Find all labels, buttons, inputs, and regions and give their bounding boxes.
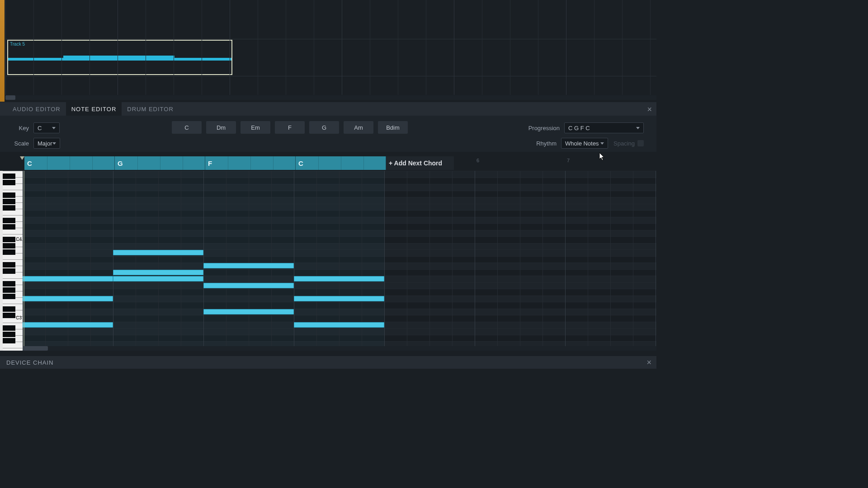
key-dropdown[interactable]: C [33,122,60,133]
arr-gridline [174,0,174,95]
close-device-chain-icon[interactable]: × [646,358,652,367]
key-scale-group: Key C Scale Major [11,121,60,152]
chord-block-c[interactable]: C [296,156,386,170]
midi-note[interactable] [23,296,113,301]
playhead-marker-icon [20,156,24,160]
tab-audio-editor[interactable]: AUDIO EDITOR [7,102,66,116]
arr-gridline [566,0,566,95]
midi-note[interactable] [294,276,384,282]
chord-block-f[interactable]: F [205,156,296,170]
device-chain-label: DEVICE CHAIN [6,359,53,366]
chord-button-dm[interactable]: Dm [206,121,236,134]
progression-rhythm-group: Progression C G F C Rhythm Whole Notes S… [528,121,644,152]
key-label-c3: C3 [16,315,22,320]
arr-gridline [622,0,623,95]
arr-gridline [5,0,6,95]
arr-gridline [146,0,146,95]
midi-note[interactable] [203,283,294,288]
arr-gridline [314,0,314,95]
arr-gridline [398,0,398,95]
midi-clip[interactable]: Track 5 [7,40,232,75]
spacing-label: Spacing [613,140,635,147]
key-label: Key [11,125,29,131]
chord-block-g[interactable]: G [115,156,205,170]
chevron-down-icon [636,127,640,129]
progression-dropdown[interactable]: C G F C [564,122,644,133]
scale-value: Major [38,140,52,147]
arr-gridline [482,0,482,95]
chord-button-em[interactable]: Em [241,121,270,134]
arrangement-area: Track 5 [0,0,656,102]
chord-lane: CGFC+ Add Next Chord67 [0,156,656,171]
midi-note[interactable] [23,322,113,328]
arr-gridline [342,0,342,95]
chord-palette: CDmEmFGAmBdim [172,121,408,134]
chord-button-f[interactable]: F [275,121,305,134]
arrangement-grid[interactable]: Track 5 [5,0,656,95]
progression-value: C G F C [568,125,590,131]
arr-gridline [650,0,651,95]
chord-button-c[interactable]: C [172,121,202,134]
arr-gridline [286,0,286,95]
editor-tabbar: AUDIO EDITOR NOTE EDITOR DRUM EDITOR × [0,102,656,116]
arr-gridline [33,0,34,95]
note-editor-toolbar: Key C Scale Major CDmEmFGAmBdim Progress… [0,116,656,152]
pianoroll-scrollbar-thumb[interactable] [23,346,48,351]
arr-gridline [230,0,230,95]
close-editor-icon[interactable]: × [647,105,652,114]
spacing-checkbox[interactable] [637,140,644,146]
add-next-chord-button[interactable]: + Add Next Chord [386,156,454,170]
arrangement-scrollbar-thumb[interactable] [5,95,15,100]
chord-button-am[interactable]: Am [344,121,373,134]
tab-note-editor[interactable]: NOTE EDITOR [66,102,122,116]
midi-note[interactable] [294,296,384,301]
midi-note[interactable] [294,322,384,328]
clip-label: Track 5 [10,42,25,47]
arr-gridline [61,0,62,95]
rhythm-label: Rhythm [536,140,557,147]
rhythm-dropdown[interactable]: Whole Notes [561,138,608,149]
track-divider [5,76,656,76]
arrangement-scrollbar[interactable] [5,95,656,100]
midi-note[interactable] [203,263,294,268]
chevron-down-icon [52,127,56,129]
midi-note[interactable] [23,276,113,282]
pianoroll-scrollbar[interactable] [23,346,656,351]
arr-gridline [118,0,118,95]
midi-note[interactable] [113,276,203,282]
timeline-number: 6 [476,158,479,163]
scale-label: Scale [11,140,29,147]
arr-gridline [258,0,258,95]
piano-keys[interactable]: C4C3 [0,171,23,351]
playhead-line[interactable] [24,171,24,351]
arr-gridline [538,0,538,95]
chord-block-c[interactable]: C [24,156,115,170]
arr-gridline [370,0,370,95]
chord-button-g[interactable]: G [309,121,339,134]
arr-gridline [454,0,454,95]
scale-dropdown[interactable]: Major [33,138,60,149]
playhead-marker-wrap[interactable] [20,156,24,171]
midi-note[interactable] [203,309,294,314]
arr-gridline [594,0,594,95]
device-chain-bar[interactable]: DEVICE CHAIN × [0,356,656,369]
timeline-number: 7 [567,158,570,163]
midi-note[interactable] [113,250,203,255]
rhythm-value: Whole Notes [565,140,599,147]
tab-drum-editor[interactable]: DRUM EDITOR [122,102,179,116]
arr-gridline [426,0,426,95]
arr-gridline [202,0,202,95]
track-divider [5,39,656,39]
midi-note[interactable] [113,270,203,275]
chord-blocks: CGFC+ Add Next Chord67 [24,156,656,171]
key-value: C [38,125,42,131]
chevron-down-icon [52,142,56,145]
arr-gridline [90,0,90,95]
progression-label: Progression [528,125,560,131]
chord-button-bdim[interactable]: Bdim [378,121,408,134]
track-color-strip [0,0,5,102]
piano-roll: C4C3 [0,171,656,351]
arr-gridline [510,0,510,95]
clip-content-bump [63,56,175,60]
note-grid[interactable] [23,171,656,346]
